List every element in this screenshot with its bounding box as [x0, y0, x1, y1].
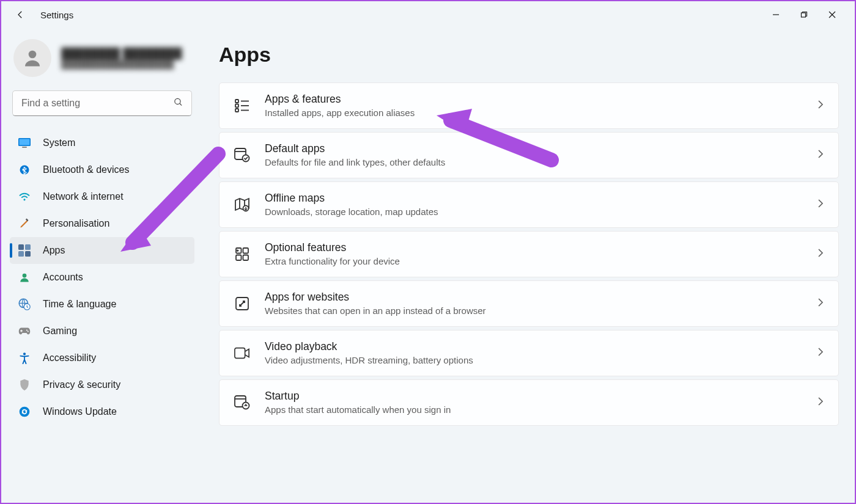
update-icon: [18, 406, 31, 418]
card-startup[interactable]: StartupApps that start automatically whe…: [219, 379, 839, 426]
card-body: Apps for websitesWebsites that can open …: [265, 290, 803, 317]
sidebar-item-update[interactable]: Windows Update: [10, 398, 194, 425]
default-apps-icon: [234, 147, 250, 163]
nav-list: SystemBluetooth & devicesNetwork & inter…: [10, 130, 194, 425]
svg-rect-35: [236, 255, 242, 261]
sidebar-item-label: Windows Update: [43, 406, 117, 417]
sidebar-item-label: Privacy & security: [43, 379, 120, 390]
sidebar-item-accounts[interactable]: Accounts: [10, 264, 194, 291]
sidebar-item-bluetooth[interactable]: Bluetooth & devices: [10, 156, 194, 183]
chevron-right-icon: [817, 100, 824, 112]
card-body: StartupApps that start automatically whe…: [265, 389, 803, 416]
card-offline-maps[interactable]: Offline mapsDownloads, storage location,…: [219, 181, 839, 228]
close-button[interactable]: [818, 5, 846, 24]
back-button[interactable]: [10, 4, 31, 25]
sidebar-item-system[interactable]: System: [10, 130, 194, 156]
maximize-button[interactable]: [790, 5, 818, 24]
profile-text: ████████ ████████ ████████████████████: [61, 48, 182, 69]
startup-icon: [234, 395, 250, 411]
svg-rect-16: [25, 251, 31, 257]
svg-rect-12: [26, 219, 29, 222]
sidebar-item-network[interactable]: Network & internet: [10, 183, 194, 210]
card-title: Offline maps: [265, 191, 803, 206]
search-wrap: [12, 90, 192, 116]
svg-point-10: [20, 166, 29, 175]
svg-rect-8: [20, 139, 30, 145]
card-title: Startup: [265, 389, 803, 404]
svg-point-23: [20, 407, 30, 417]
card-subtitle: Extra functionality for your device: [265, 255, 803, 268]
avatar: [13, 39, 51, 77]
card-subtitle: Downloads, storage location, map updates: [265, 206, 803, 218]
card-title: Optional features: [265, 241, 803, 255]
sidebar-item-label: Apps: [43, 245, 65, 256]
sidebar-item-accessibility[interactable]: Accessibility: [10, 345, 194, 371]
card-apps-websites[interactable]: Apps for websitesWebsites that can open …: [219, 280, 839, 327]
search-input[interactable]: [12, 90, 192, 116]
card-title: Video playback: [265, 340, 803, 354]
chevron-right-icon: [817, 149, 824, 161]
svg-rect-26: [235, 104, 238, 108]
svg-point-22: [23, 352, 26, 355]
card-body: Video playbackVideo adjustments, HDR str…: [265, 340, 803, 367]
svg-line-6: [180, 103, 182, 105]
bluetooth-icon: [18, 164, 31, 176]
card-body: Offline mapsDownloads, storage location,…: [265, 191, 803, 218]
gamepad-icon: [18, 325, 31, 337]
svg-rect-14: [25, 244, 31, 250]
svg-point-11: [23, 199, 25, 200]
svg-rect-24: [235, 100, 238, 103]
sidebar-item-label: Accounts: [43, 272, 83, 283]
svg-point-21: [28, 331, 29, 332]
card-apps-features[interactable]: Apps & featuresInstalled apps, app execu…: [219, 82, 839, 129]
card-title: Apps for websites: [265, 290, 803, 305]
video-icon: [234, 345, 250, 361]
sidebar-item-privacy[interactable]: Privacy & security: [10, 371, 194, 398]
window-title: Settings: [40, 10, 73, 20]
svg-rect-38: [235, 348, 245, 359]
sidebar-item-label: Bluetooth & devices: [43, 164, 129, 175]
map-icon: [234, 197, 250, 213]
chevron-right-icon: [817, 298, 824, 310]
card-default-apps[interactable]: Default appsDefaults for file and link t…: [219, 132, 839, 178]
svg-point-31: [243, 155, 249, 162]
list-icon: [234, 98, 250, 114]
sidebar-item-label: Time & language: [43, 299, 116, 310]
chevron-right-icon: [817, 248, 824, 260]
card-subtitle: Installed apps, app execution aliases: [265, 107, 803, 119]
sidebar-item-label: Accessibility: [43, 352, 96, 363]
card-subtitle: Defaults for file and link types, other …: [265, 156, 803, 169]
sidebar-item-label: Network & internet: [43, 191, 124, 202]
settings-cards: Apps & featuresInstalled apps, app execu…: [219, 82, 839, 426]
sidebar-item-apps[interactable]: Apps: [10, 237, 194, 264]
sidebar-item-label: Personalisation: [43, 218, 109, 229]
chevron-right-icon: [817, 396, 824, 409]
card-subtitle: Apps that start automatically when you s…: [265, 404, 803, 416]
svg-point-4: [29, 51, 37, 59]
minimize-button[interactable]: [762, 5, 790, 24]
sidebar-item-time[interactable]: Time & language: [10, 291, 194, 318]
card-subtitle: Video adjustments, HDR streaming, batter…: [265, 354, 803, 367]
svg-point-20: [26, 329, 28, 331]
card-video-playback[interactable]: Video playbackVideo adjustments, HDR str…: [219, 330, 839, 376]
sidebar: ████████ ████████ ████████████████████ S…: [1, 28, 203, 503]
card-body: Apps & featuresInstalled apps, app execu…: [265, 92, 803, 119]
sidebar-item-label: Gaming: [43, 326, 77, 337]
apps-icon: [18, 244, 31, 257]
monitor-icon: [18, 137, 31, 149]
svg-rect-34: [243, 248, 249, 254]
shield-icon: [18, 379, 31, 391]
svg-rect-9: [22, 147, 27, 148]
chevron-right-icon: [817, 199, 824, 211]
sidebar-item-gaming[interactable]: Gaming: [10, 318, 194, 345]
sidebar-item-personalisation[interactable]: Personalisation: [10, 210, 194, 237]
titlebar: Settings: [1, 1, 855, 28]
profile-section[interactable]: ████████ ████████ ████████████████████: [10, 39, 194, 90]
svg-rect-28: [235, 109, 238, 112]
card-title: Default apps: [265, 142, 803, 156]
svg-rect-13: [18, 244, 24, 250]
window-controls: [762, 5, 846, 24]
svg-point-17: [23, 274, 27, 278]
svg-point-5: [175, 98, 180, 104]
card-optional-features[interactable]: Optional featuresExtra functionality for…: [219, 231, 839, 277]
